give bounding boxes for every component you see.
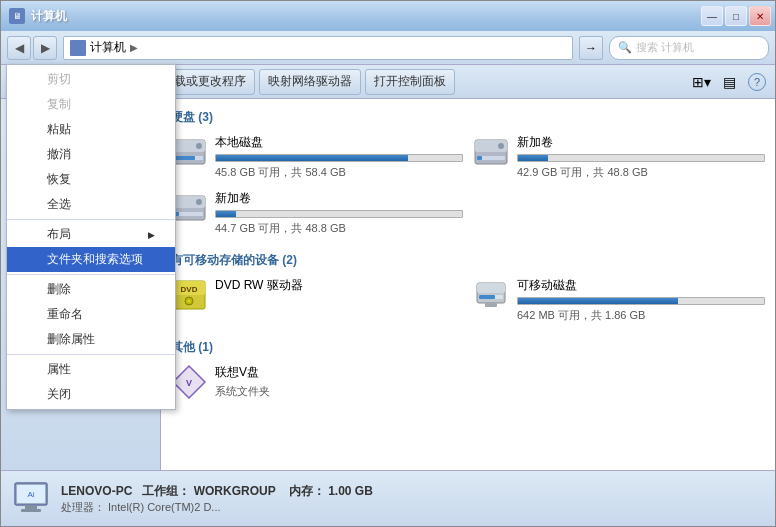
processor-label: 处理器：: [61, 501, 105, 513]
help-icon: ?: [748, 73, 766, 91]
drive-e-bar: [216, 211, 236, 217]
forward-button[interactable]: ▶: [33, 36, 57, 60]
menu-item-delete-props[interactable]: 删除属性: [7, 327, 175, 352]
map-drive-button[interactable]: 映射网络驱动器: [259, 69, 361, 95]
open-control-panel-label: 打开控制面板: [374, 73, 446, 90]
drive-usb[interactable]: 可移动磁盘 642 MB 可用，共 1.86 GB: [473, 277, 765, 323]
dvd-icon: DVD: [171, 277, 207, 313]
drive-e-info: 新加卷 44.7 GB 可用，共 48.8 GB: [215, 190, 463, 236]
menu-item-redo[interactable]: 恢复: [7, 167, 175, 192]
search-placeholder: 搜索 计算机: [636, 40, 694, 55]
svg-rect-24: [485, 303, 497, 307]
help-button[interactable]: ?: [745, 70, 769, 94]
map-drive-label: 映射网络驱动器: [268, 73, 352, 90]
dvd-name: DVD RW 驱动器: [215, 277, 463, 294]
drive-new-e[interactable]: 新加卷 44.7 GB 可用，共 48.8 GB: [171, 190, 463, 236]
processor: Intel(R) Core(TM)2 D...: [108, 501, 220, 513]
workgroup-label: 工作组：: [142, 484, 190, 498]
hdd-icon-d: [473, 134, 509, 170]
other-title: 其他 (1): [171, 339, 765, 356]
go-button[interactable]: →: [579, 36, 603, 60]
svg-rect-13: [175, 212, 203, 216]
removable-grid: DVD DVD RW 驱动器: [171, 277, 765, 323]
window-title: 计算机: [31, 8, 67, 25]
search-icon: 🔍: [618, 41, 632, 54]
svg-point-12: [196, 199, 202, 205]
lenovo-name: 联想V盘: [215, 364, 463, 381]
usb-info: 可移动磁盘 642 MB 可用，共 1.86 GB: [517, 277, 765, 323]
dvd-info: DVD RW 驱动器: [215, 277, 463, 297]
drive-lenovo[interactable]: V 联想V盘 系统文件夹: [171, 364, 463, 400]
usb-name: 可移动磁盘: [517, 277, 765, 294]
status-bar: Ai LENOVO-PC 工作组： WORKGROUP 内存： 1.00 GB …: [1, 470, 775, 526]
usb-bar-container: [517, 297, 765, 305]
menu-item-select-all[interactable]: 全选: [7, 192, 175, 217]
lenovo-icon: V: [171, 364, 207, 400]
organize-dropdown-menu: 剪切 复制 粘贴 撤消 恢复 全选 布局 文件夹和搜索选项: [6, 64, 176, 410]
menu-item-undo[interactable]: 撤消: [7, 142, 175, 167]
svg-text:Ai: Ai: [27, 490, 34, 499]
path-computer-icon: [70, 40, 86, 56]
computer-name: LENOVO-PC: [61, 484, 132, 498]
toolbar-right: ⊞▾ ▤ ?: [689, 70, 769, 94]
main-window: 🖥 计算机 — □ ✕ ◀ ▶ 计算机 ▶ → 🔍 搜索 计算机 组织 ▼: [0, 0, 776, 527]
menu-separator-3: [7, 354, 175, 355]
main-content: 硬盘 (3) 本地磁盘: [161, 99, 775, 470]
usb-size: 642 MB 可用，共 1.86 GB: [517, 308, 765, 323]
back-button[interactable]: ◀: [7, 36, 31, 60]
title-controls: — □ ✕: [701, 6, 771, 26]
drive-local-c[interactable]: 本地磁盘 45.8 GB 可用，共 58.4 GB: [171, 134, 463, 180]
details-view-button[interactable]: ▤: [717, 70, 741, 94]
svg-rect-9: [477, 156, 482, 160]
other-grid: V 联想V盘 系统文件夹: [171, 364, 765, 400]
menu-item-properties[interactable]: 属性: [7, 357, 175, 382]
drive-d-info: 新加卷 42.9 GB 可用，共 48.8 GB: [517, 134, 765, 180]
status-computer-icon: Ai: [11, 479, 51, 519]
menu-separator-2: [7, 274, 175, 275]
drive-d-name: 新加卷: [517, 134, 765, 151]
search-box[interactable]: 🔍 搜索 计算机: [609, 36, 769, 60]
menu-item-delete[interactable]: 删除: [7, 277, 175, 302]
path-arrow: ▶: [130, 42, 138, 53]
svg-text:DVD: DVD: [181, 285, 198, 294]
address-path-box[interactable]: 计算机 ▶: [63, 36, 573, 60]
hdd-icon-e: [171, 190, 207, 226]
menu-item-cut[interactable]: 剪切: [7, 67, 175, 92]
menu-item-paste[interactable]: 粘贴: [7, 117, 175, 142]
title-bar-left: 🖥 计算机: [9, 8, 67, 25]
drive-e-size: 44.7 GB 可用，共 48.8 GB: [215, 221, 463, 236]
status-line1: LENOVO-PC 工作组： WORKGROUP 内存： 1.00 GB: [61, 483, 765, 500]
svg-text:V: V: [186, 378, 192, 388]
drive-c-bar-container: [215, 154, 463, 162]
drive-e-bar-container: [215, 210, 463, 218]
svg-point-7: [498, 143, 504, 149]
menu-item-close[interactable]: 关闭: [7, 382, 175, 407]
status-line2: 处理器： Intel(R) Core(TM)2 D...: [61, 500, 765, 515]
drive-dvd[interactable]: DVD DVD RW 驱动器: [171, 277, 463, 323]
maximize-button[interactable]: □: [725, 6, 747, 26]
removable-title: 有可移动存储的设备 (2): [171, 252, 765, 269]
path-label: 计算机: [90, 39, 126, 56]
status-info: LENOVO-PC 工作组： WORKGROUP 内存： 1.00 GB 处理器…: [61, 483, 765, 515]
menu-item-copy[interactable]: 复制: [7, 92, 175, 117]
drive-c-size: 45.8 GB 可用，共 58.4 GB: [215, 165, 463, 180]
close-button[interactable]: ✕: [749, 6, 771, 26]
view-options-button[interactable]: ⊞▾: [689, 70, 713, 94]
open-control-panel-button[interactable]: 打开控制面板: [365, 69, 455, 95]
svg-point-2: [196, 143, 202, 149]
workgroup: WORKGROUP: [194, 484, 276, 498]
memory: 1.00 GB: [328, 484, 373, 498]
drive-d-bar-container: [517, 154, 765, 162]
drive-new-d[interactable]: 新加卷 42.9 GB 可用，共 48.8 GB: [473, 134, 765, 180]
nav-buttons: ◀ ▶: [7, 36, 57, 60]
drive-c-bar: [216, 155, 408, 161]
menu-item-folder-options[interactable]: 文件夹和搜索选项: [7, 247, 175, 272]
menu-separator-1: [7, 219, 175, 220]
hard-disks-grid: 本地磁盘 45.8 GB 可用，共 58.4 GB: [171, 134, 765, 236]
minimize-button[interactable]: —: [701, 6, 723, 26]
menu-item-layout[interactable]: 布局: [7, 222, 175, 247]
svg-rect-29: [25, 505, 37, 509]
menu-item-rename[interactable]: 重命名: [7, 302, 175, 327]
memory-label: 内存：: [289, 484, 325, 498]
drive-c-info: 本地磁盘 45.8 GB 可用，共 58.4 GB: [215, 134, 463, 180]
